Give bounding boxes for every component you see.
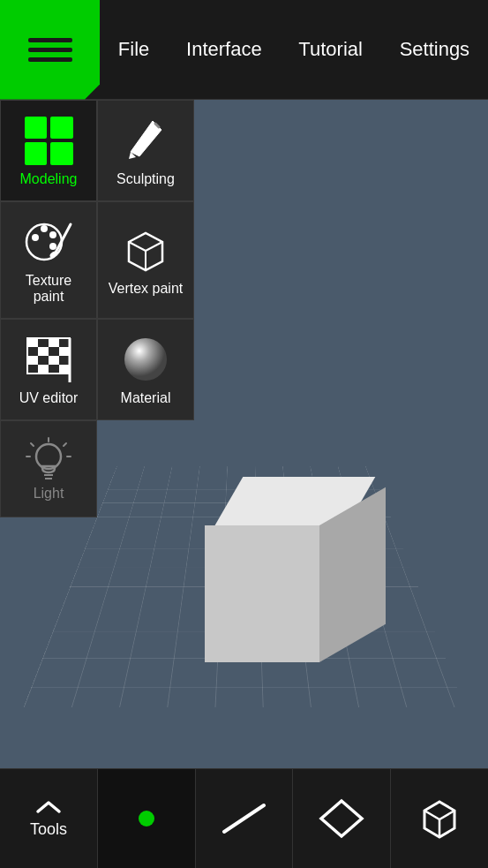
sculpting-label: Sculpting bbox=[116, 171, 175, 187]
sculpting-icon-area bbox=[119, 114, 172, 167]
sidebar-item-uv-editor[interactable]: UV editor bbox=[0, 319, 97, 420]
vertex-paint-label: Vertex paint bbox=[109, 281, 184, 297]
svg-line-24 bbox=[64, 443, 66, 446]
grid-cell-1 bbox=[25, 117, 48, 140]
toolbar-cube-tool[interactable] bbox=[391, 769, 488, 868]
svg-rect-19 bbox=[59, 365, 70, 374]
modeling-label: Modeling bbox=[20, 171, 78, 187]
bottom-toolbar: Tools bbox=[0, 768, 488, 868]
uv-editor-label: UV editor bbox=[19, 390, 79, 406]
left-sidebar: Modeling Sculpting bbox=[0, 100, 194, 517]
texture-paint-icon bbox=[22, 215, 75, 268]
uv-icon-area bbox=[22, 333, 75, 386]
chevron-up-icon bbox=[35, 798, 62, 816]
sidebar-item-vertex-paint[interactable]: Vertex paint bbox=[97, 201, 194, 319]
svg-point-3 bbox=[49, 231, 56, 238]
line-icon bbox=[220, 801, 268, 836]
sidebar-item-texture-paint[interactable]: Texture paint bbox=[0, 201, 97, 319]
light-label: Light bbox=[34, 486, 64, 502]
svg-rect-13 bbox=[49, 338, 59, 347]
svg-line-33 bbox=[424, 811, 439, 819]
hamburger-button[interactable] bbox=[0, 0, 100, 100]
sidebar-item-material[interactable]: Material bbox=[97, 319, 194, 420]
svg-line-30 bbox=[224, 805, 264, 832]
grid-cell-3 bbox=[25, 142, 48, 165]
hamburger-line-3 bbox=[28, 57, 72, 62]
svg-point-2 bbox=[41, 225, 48, 232]
hamburger-line-1 bbox=[28, 38, 72, 42]
cube-outline-icon bbox=[416, 795, 464, 843]
nav-file[interactable]: File bbox=[109, 29, 158, 70]
sidebar-item-light[interactable]: Light bbox=[0, 420, 97, 517]
svg-marker-31 bbox=[321, 801, 362, 836]
sidebar-item-sculpting[interactable]: Sculpting bbox=[97, 100, 194, 201]
sidebar-item-modeling[interactable]: Modeling bbox=[0, 100, 97, 201]
nav-interface[interactable]: Interface bbox=[177, 29, 271, 70]
svg-line-5 bbox=[56, 224, 71, 253]
svg-rect-17 bbox=[49, 356, 59, 365]
material-label: Material bbox=[121, 390, 171, 406]
svg-rect-18 bbox=[38, 365, 49, 374]
material-icon bbox=[120, 334, 171, 385]
svg-line-34 bbox=[439, 811, 454, 819]
diamond-icon bbox=[318, 796, 366, 841]
toolbar-dot-tool[interactable] bbox=[98, 769, 196, 868]
sculpt-icon bbox=[122, 117, 170, 165]
toolbar-line-tool[interactable] bbox=[196, 769, 294, 868]
hamburger-line-2 bbox=[28, 48, 72, 52]
grid-cell-2 bbox=[50, 117, 73, 140]
toolbar-diamond-tool[interactable] bbox=[293, 769, 391, 868]
sidebar-grid: Modeling Sculpting bbox=[0, 100, 194, 420]
svg-line-8 bbox=[129, 242, 146, 251]
uv-editor-icon bbox=[23, 334, 74, 385]
grid-cell-4 bbox=[50, 142, 73, 165]
svg-rect-16 bbox=[27, 356, 38, 365]
3d-cube bbox=[205, 477, 337, 609]
vertex-icon-area bbox=[119, 223, 172, 276]
svg-rect-12 bbox=[27, 338, 38, 347]
svg-point-4 bbox=[49, 243, 56, 250]
cube-mesh bbox=[205, 477, 337, 609]
cube-front-face bbox=[205, 525, 319, 662]
top-navigation: File Interface Tutorial Settings bbox=[100, 0, 488, 99]
vertex-paint-icon bbox=[120, 224, 171, 275]
svg-point-21 bbox=[124, 338, 167, 381]
tools-label: Tools bbox=[30, 820, 67, 839]
texture-icon-area bbox=[22, 215, 75, 268]
light-bulb-icon bbox=[25, 437, 73, 486]
svg-rect-15 bbox=[59, 347, 70, 356]
svg-point-1 bbox=[32, 234, 39, 241]
svg-line-9 bbox=[146, 242, 162, 251]
toolbar-tools[interactable]: Tools bbox=[0, 769, 98, 868]
light-icon-area bbox=[25, 437, 73, 486]
nav-settings[interactable]: Settings bbox=[391, 29, 479, 70]
texture-paint-label: Texture paint bbox=[10, 273, 87, 305]
svg-line-25 bbox=[31, 443, 34, 446]
modeling-icon bbox=[25, 117, 73, 165]
modeling-icon-area bbox=[22, 114, 75, 167]
material-icon-area bbox=[119, 333, 172, 386]
svg-rect-14 bbox=[38, 347, 49, 356]
dot-icon bbox=[139, 811, 154, 826]
nav-tutorial[interactable]: Tutorial bbox=[289, 29, 372, 70]
top-bar: File Interface Tutorial Settings bbox=[0, 0, 488, 100]
